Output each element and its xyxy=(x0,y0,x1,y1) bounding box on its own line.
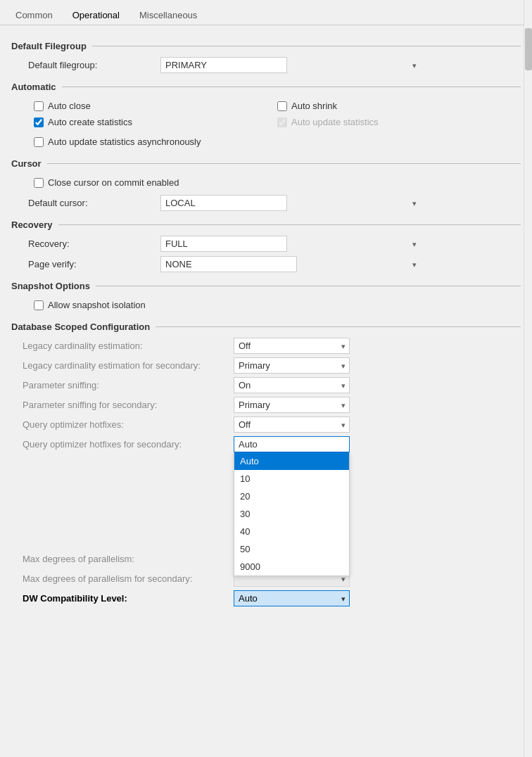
section-line-2 xyxy=(62,87,521,87)
dw-compat-select[interactable]: Auto xyxy=(234,590,350,606)
page-verify-label: Page verify: xyxy=(28,259,155,269)
auto-create-stats-label: Auto create statistics xyxy=(48,117,132,127)
legacy-card-secondary-select[interactable]: Primary Off On xyxy=(234,357,350,374)
auto-update-async-checkbox[interactable] xyxy=(34,137,44,147)
default-filegroup-header: Default Filegroup xyxy=(11,41,521,51)
automatic-title: Automatic xyxy=(11,82,56,92)
query-hotfix-secondary-row: Query optimizer hotfixes for secondary: … xyxy=(23,436,521,452)
legacy-card-row: Legacy cardinality estimation: Off On xyxy=(23,338,521,354)
allow-snapshot-item: Allow snapshot isolation xyxy=(34,300,146,310)
snapshot-row: Allow snapshot isolation xyxy=(34,297,521,313)
legacy-card-secondary-select-wrapper: Primary Off On xyxy=(234,357,350,374)
param-sniff-secondary-label: Parameter sniffing for secondary: xyxy=(23,400,234,410)
param-sniff-secondary-select-wrapper: Primary Off On xyxy=(234,397,350,413)
param-sniff-select[interactable]: On Off xyxy=(234,377,350,393)
page-verify-row: Page verify: NONE TORN_PAGE_DETECTION CH… xyxy=(28,256,521,272)
param-sniff-row: Parameter sniffing: On Off xyxy=(23,377,521,393)
auto-update-stats-item: Auto update statistics xyxy=(277,117,521,127)
close-cursor-item: Close cursor on commit enabled xyxy=(34,177,179,188)
snapshot-title: Snapshot Options xyxy=(11,281,90,291)
max-dop-secondary-label: Max degrees of parallelism for secondary… xyxy=(23,573,234,584)
default-filegroup-title: Default Filegroup xyxy=(11,41,87,51)
default-cursor-select[interactable]: LOCAL GLOBAL xyxy=(160,195,287,211)
param-sniff-secondary-select[interactable]: Primary Off On xyxy=(234,397,350,413)
param-sniff-label: Parameter sniffing: xyxy=(23,380,234,390)
close-cursor-label: Close cursor on commit enabled xyxy=(48,177,179,188)
scrollbar-thumb[interactable] xyxy=(525,28,532,70)
param-sniff-secondary-row: Parameter sniffing for secondary: Primar… xyxy=(23,397,521,413)
query-hotfix-select[interactable]: Off On xyxy=(234,416,350,433)
tab-common[interactable]: Common xyxy=(6,6,63,25)
dw-compat-label: DW Compatibility Level: xyxy=(23,593,234,604)
recovery-title: Recovery xyxy=(11,220,53,230)
section-line-3 xyxy=(47,163,521,164)
legacy-card-secondary-row: Legacy cardinality estimation for second… xyxy=(23,357,521,374)
query-hotfix-secondary-trigger[interactable]: Auto xyxy=(234,436,350,452)
dropdown-option-40[interactable]: 40 xyxy=(234,523,349,540)
dw-compat-row: DW Compatibility Level: Auto xyxy=(23,590,521,606)
auto-close-label: Auto close xyxy=(48,101,91,111)
auto-create-stats-checkbox[interactable] xyxy=(34,117,44,127)
close-cursor-checkbox[interactable] xyxy=(34,178,44,188)
query-hotfix-secondary-label: Query optimizer hotfixes for secondary: xyxy=(23,439,234,450)
max-dop-label: Max degrees of parallelism: xyxy=(23,554,234,564)
dropdown-option-30[interactable]: 30 xyxy=(234,505,349,523)
auto-update-async-row: Auto update statistics asynchronously xyxy=(34,134,521,150)
tab-miscellaneous[interactable]: Miscellaneous xyxy=(129,6,207,25)
close-cursor-row: Close cursor on commit enabled xyxy=(34,174,521,191)
recovery-select[interactable]: FULL BULK_LOGGED SIMPLE xyxy=(160,236,287,252)
dropdown-option-9000[interactable]: 9000 xyxy=(234,558,349,575)
param-sniff-select-wrapper: On Off xyxy=(234,377,350,393)
dw-compat-select-wrapper: Auto xyxy=(234,590,350,606)
dropdown-option-20[interactable]: 20 xyxy=(234,488,349,505)
allow-snapshot-checkbox[interactable] xyxy=(34,300,44,310)
page-verify-select-wrapper: NONE TORN_PAGE_DETECTION CHECKSUM xyxy=(160,256,421,272)
automatic-header: Automatic xyxy=(11,82,521,92)
automatic-checkboxes: Auto close Auto shrink Auto create stati… xyxy=(34,98,521,130)
dropdown-option-auto[interactable]: Auto xyxy=(234,452,349,470)
default-filegroup-select-wrapper: PRIMARY xyxy=(160,57,421,73)
default-filegroup-select[interactable]: PRIMARY xyxy=(160,57,287,73)
auto-update-stats-label: Auto update statistics xyxy=(291,117,379,127)
page-verify-select[interactable]: NONE TORN_PAGE_DETECTION CHECKSUM xyxy=(160,256,297,272)
dropdown-option-10[interactable]: 10 xyxy=(234,470,349,488)
snapshot-header: Snapshot Options xyxy=(11,281,521,291)
query-hotfix-label: Query optimizer hotfixes: xyxy=(23,419,234,430)
query-hotfix-secondary-list: Auto 10 20 30 40 50 9000 xyxy=(234,452,350,576)
section-line-5 xyxy=(96,286,521,286)
db-scoped-header: Database Scoped Configuration xyxy=(11,322,521,332)
section-line-4 xyxy=(58,224,521,225)
allow-snapshot-label: Allow snapshot isolation xyxy=(48,300,146,310)
recovery-label: Recovery: xyxy=(28,238,155,249)
auto-update-stats-checkbox xyxy=(277,117,287,127)
default-cursor-select-wrapper: LOCAL GLOBAL xyxy=(160,195,421,211)
auto-shrink-label: Auto shrink xyxy=(291,101,337,111)
cursor-header: Cursor xyxy=(11,158,521,169)
legacy-card-secondary-label: Legacy cardinality estimation for second… xyxy=(23,360,234,371)
section-line-6 xyxy=(156,326,521,327)
section-line-1 xyxy=(92,46,521,46)
query-hotfix-row: Query optimizer hotfixes: Off On xyxy=(23,416,521,433)
auto-shrink-checkbox[interactable] xyxy=(277,101,287,111)
recovery-header: Recovery xyxy=(11,220,521,230)
auto-create-stats-item: Auto create statistics xyxy=(34,117,277,127)
cursor-title: Cursor xyxy=(11,158,42,169)
auto-close-checkbox[interactable] xyxy=(34,101,44,111)
auto-update-async-label: Auto update statistics asynchronously xyxy=(48,136,201,147)
auto-shrink-item: Auto shrink xyxy=(277,101,521,111)
legacy-card-label: Legacy cardinality estimation: xyxy=(23,341,234,351)
dropdown-option-50[interactable]: 50 xyxy=(234,540,349,558)
auto-update-async-item: Auto update statistics asynchronously xyxy=(34,136,201,147)
default-cursor-row: Default cursor: LOCAL GLOBAL xyxy=(28,195,521,211)
tab-operational[interactable]: Operational xyxy=(63,6,129,25)
query-hotfix-secondary-dropdown: Auto Auto 10 20 30 40 50 9000 xyxy=(234,436,350,452)
legacy-card-select[interactable]: Off On xyxy=(234,338,350,354)
query-hotfix-select-wrapper: Off On xyxy=(234,416,350,433)
scrollbar[interactable] xyxy=(524,0,532,757)
default-filegroup-label: Default filegroup: xyxy=(28,60,155,70)
db-scoped-title: Database Scoped Configuration xyxy=(11,322,150,332)
default-cursor-label: Default cursor: xyxy=(28,198,155,208)
main-content: Default Filegroup Default filegroup: PRI… xyxy=(0,25,532,617)
recovery-row: Recovery: FULL BULK_LOGGED SIMPLE xyxy=(28,236,521,252)
default-filegroup-row: Default filegroup: PRIMARY xyxy=(28,57,521,73)
